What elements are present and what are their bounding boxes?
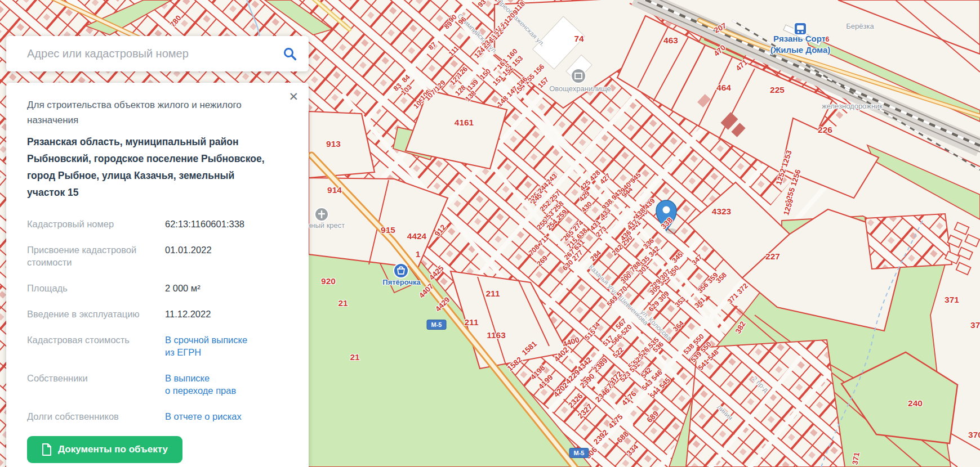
map-label: Пятёрочка — [382, 279, 420, 286]
map-label: 211 — [464, 318, 478, 327]
info-row-link[interactable]: В отчете о рисках — [165, 410, 242, 423]
map-label: 2392 — [593, 429, 610, 446]
map-label: 345 — [671, 251, 684, 264]
info-row-value: 01.01.2022 — [165, 244, 212, 268]
map-label: Овощехранилище — [549, 85, 611, 92]
map-label: 364 — [672, 320, 685, 333]
parcel-category: Для строительства объектов жилого и нежи… — [27, 97, 269, 128]
map-label: 522 — [612, 346, 625, 360]
map-label: 284 — [589, 249, 603, 263]
search-input[interactable] — [6, 47, 279, 60]
map-label: 207 — [713, 22, 728, 34]
map-label: 103 — [400, 83, 413, 97]
map-label: 464 — [716, 83, 731, 92]
map-label: 912 — [434, 223, 448, 238]
map-label: 920 — [321, 277, 336, 286]
map-label: 370 — [968, 430, 980, 439]
map-label: 338 — [660, 216, 674, 230]
map-label: 913 — [326, 140, 341, 149]
map-label: 938 943 — [601, 188, 624, 212]
map-label: 240 — [908, 399, 923, 408]
map-label: 226 — [818, 125, 832, 134]
parcel-info-panel: ✕ Для строительства объектов жилого и не… — [6, 83, 309, 467]
map-label: 211 — [485, 289, 500, 298]
map-label: 371 — [851, 452, 861, 466]
close-icon: ✕ — [288, 90, 299, 103]
map-label: 227 — [765, 252, 780, 261]
map-label: 371 — [970, 321, 980, 330]
map-label: 4425 — [428, 264, 446, 282]
map-label: 688 — [616, 430, 630, 444]
map-label: 347 — [691, 253, 704, 267]
map-label: 2 пр-д — [751, 375, 770, 394]
info-row-label: Кадастровый номер — [27, 218, 165, 230]
map-label: 2390 — [579, 372, 596, 390]
map-label: 1582 — [506, 356, 523, 372]
info-row-label: Собственники — [27, 372, 165, 397]
map-label: 915 — [381, 226, 395, 235]
map-label: 2326 — [567, 392, 585, 410]
map-label: 689 — [645, 410, 660, 424]
map-label: 74 — [574, 34, 583, 43]
parcel-address: Рязанская область, муниципальный район Р… — [27, 133, 266, 201]
info-row-label: Присвоение кадастровой стоимости — [27, 244, 165, 268]
map-label: 225 — [770, 86, 785, 95]
map-label: 2346 — [594, 387, 612, 404]
map-label: 4202 — [553, 381, 570, 399]
map-label: 361 — [693, 296, 707, 309]
map-label: 6 — [826, 36, 830, 43]
map-label: 4161 — [455, 118, 474, 127]
map-label: 111 — [448, 45, 461, 58]
info-row-label: Кадастровая стоимость — [27, 334, 165, 358]
map-label: Берёзка — [846, 23, 874, 30]
map-label: 353 — [674, 295, 687, 309]
map-label: 4176 — [621, 390, 638, 407]
documents-button-label: Документы по объекту — [58, 444, 168, 455]
info-row: Площадь2 000 м² — [27, 282, 289, 294]
info-row-value: 2 000 м² — [165, 282, 201, 294]
map-label: 463 — [663, 36, 678, 45]
map-label: 382 — [734, 320, 747, 335]
map-label: 87 — [427, 41, 438, 52]
close-button[interactable]: ✕ — [286, 88, 301, 105]
documents-button[interactable]: Документы по объекту — [27, 436, 182, 463]
map-label: 4175 — [607, 413, 625, 430]
info-row: Кадастровый номер62:13:1160601:338 — [27, 218, 289, 230]
map-label: 2389 — [592, 357, 609, 374]
map-label: 371 — [945, 295, 959, 304]
search-button[interactable] — [279, 47, 309, 61]
parcel-attributes: Кадастровый номер62:13:1160601:338Присво… — [27, 218, 289, 423]
map-label: 356 359 — [697, 272, 720, 295]
document-icon — [42, 443, 52, 456]
info-row: Кадастровая стоимостьВ срочной выписке и… — [27, 334, 289, 358]
map-label: 4429 — [434, 296, 452, 313]
road-badge: М-5 — [569, 448, 589, 458]
map-label: железнодорожник — [822, 102, 883, 110]
map-label: 1 — [416, 250, 421, 259]
info-row: Долги собственниковВ отчете о рисках — [27, 410, 289, 423]
map-label: 371 372 — [727, 282, 750, 306]
map-label: 1163 — [487, 331, 506, 340]
info-row-label: Долги собственников — [27, 410, 165, 423]
search-bar — [6, 36, 309, 71]
map-label: 4323 — [712, 207, 731, 216]
map-label: Рязань Сорт. — [773, 34, 827, 43]
map-label: 334 — [625, 443, 639, 457]
map-label: 21 — [350, 353, 359, 362]
map-label: 21 — [338, 299, 348, 308]
info-row: СобственникиВ выписке о переходе прав — [27, 372, 289, 397]
map-label: 2327 — [577, 403, 594, 420]
info-row-value: 62:13:1160601:338 — [165, 218, 244, 230]
map-label: 4424 — [407, 232, 426, 241]
map-label: 780 — [169, 14, 183, 29]
info-row-label: Введение в эксплуатацию — [27, 308, 165, 320]
map-label: 157 — [537, 76, 550, 89]
map-label: 914 — [327, 186, 342, 195]
info-row: Введение в эксплуатацию11.12.2022 — [27, 308, 289, 320]
map-label: 269 — [536, 254, 549, 268]
map-label: 150 — [479, 68, 492, 81]
map-label: 84 — [401, 74, 412, 84]
cadastral-map-app: Рязань Сорт.(Жилые Дома)6ПятёрочкаПоклон… — [0, 0, 980, 467]
info-row-link[interactable]: В выписке о переходе прав — [165, 372, 236, 397]
info-row-link[interactable]: В срочной выписке из ЕГРН — [165, 334, 247, 358]
